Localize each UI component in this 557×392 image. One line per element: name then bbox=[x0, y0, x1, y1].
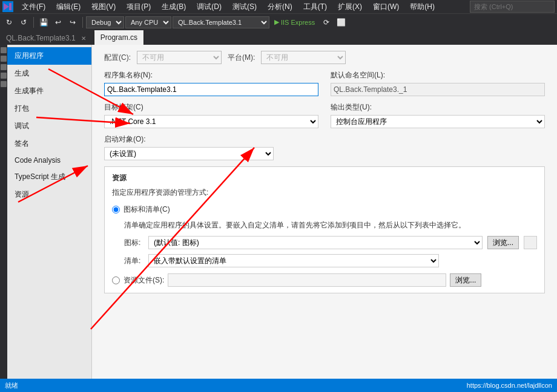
assembly-name-group: 程序集名称(N): bbox=[104, 70, 318, 96]
output-type-group: 输出类型(U): 控制台应用程序 bbox=[331, 102, 545, 128]
manifest-desc: 清单确定应用程序的具体设置。要嵌入自定义清单，请首先将它添加到项目中，然后从以下… bbox=[124, 220, 537, 231]
radio-icon-manifest[interactable] bbox=[112, 206, 120, 214]
default-namespace-group: 默认命名空间(L): bbox=[331, 70, 545, 96]
run-label: IIS Express bbox=[281, 19, 315, 26]
target-framework-group: 目标框架(C) .NET Core 3.1 bbox=[104, 102, 318, 128]
tab-bar: QL.Back.Template3.1 ✕ Program.cs bbox=[0, 30, 557, 45]
toolbar: ↻ ↺ 💾 ↩ ↪ Debug Any CPU QL.Back.Template… bbox=[0, 13, 557, 30]
tab-project[interactable]: QL.Back.Template3.1 ✕ bbox=[0, 31, 94, 45]
svg-marker-0 bbox=[4, 3, 9, 10]
startup-object-select[interactable]: (未设置) bbox=[104, 147, 274, 160]
platform-dropdown[interactable]: Any CPU bbox=[125, 16, 171, 28]
left-icon-2[interactable] bbox=[1, 56, 7, 62]
menu-file[interactable]: 文件(F) bbox=[17, 1, 50, 13]
resource-desc: 指定应用程序资源的管理方式: bbox=[112, 187, 537, 198]
manifest-label: 清单: bbox=[124, 256, 143, 266]
assembly-name-input[interactable] bbox=[104, 83, 318, 96]
search-input[interactable] bbox=[470, 1, 555, 13]
radio-icon-manifest-label: 图标和清单(C) bbox=[124, 204, 170, 215]
tab-program-label: Program.cs bbox=[101, 33, 137, 42]
sidebar-item-pack[interactable]: 打包 bbox=[7, 100, 91, 117]
target-framework-label: 目标框架(C) bbox=[104, 102, 318, 113]
sidebar-item-typescript[interactable]: TypeScript 生成 bbox=[7, 168, 91, 186]
tab-program[interactable]: Program.cs bbox=[94, 30, 144, 45]
toolbar-stop-btn[interactable]: ⬜ bbox=[334, 16, 348, 29]
startup-object-label: 启动对象(O): bbox=[104, 134, 545, 145]
sidebar-item-app[interactable]: 应用程序 bbox=[7, 47, 91, 65]
toolbar-redo-btn[interactable]: ↪ bbox=[66, 16, 79, 29]
menu-analyze[interactable]: 分析(N) bbox=[263, 1, 297, 13]
menu-bar: 文件(F) 编辑(E) 视图(V) 项目(P) 生成(B) 调试(D) 测试(S… bbox=[0, 0, 557, 13]
icon-label: 图标: bbox=[124, 238, 143, 248]
assembly-name-label: 程序集名称(N): bbox=[104, 70, 318, 80]
run-button[interactable]: ▶ IIS Express bbox=[271, 17, 318, 27]
output-type-label: 输出类型(U): bbox=[331, 102, 545, 113]
startup-object-row: 启动对象(O): (未设置) bbox=[104, 134, 545, 160]
menu-window[interactable]: 窗口(W) bbox=[368, 1, 404, 13]
toolbar-forward-btn[interactable]: ↺ bbox=[17, 16, 30, 29]
menu-project[interactable]: 项目(P) bbox=[122, 1, 156, 13]
config-select[interactable]: 不可用 bbox=[137, 51, 222, 64]
tab-project-close[interactable]: ✕ bbox=[79, 34, 88, 42]
output-type-select[interactable]: 控制台应用程序 bbox=[331, 115, 545, 128]
left-icon-strip bbox=[0, 45, 7, 379]
toolbar-separator-1 bbox=[33, 17, 34, 28]
default-namespace-input[interactable] bbox=[331, 83, 545, 96]
left-icon-4[interactable] bbox=[1, 73, 7, 79]
svg-rect-1 bbox=[9, 3, 12, 10]
project-dropdown[interactable]: QL.Back.Template3.1 bbox=[173, 16, 269, 28]
toolbar-back-btn[interactable]: ↻ bbox=[2, 16, 16, 29]
config-label: 配置(C): bbox=[104, 53, 131, 63]
sidebar-item-debug[interactable]: 调试 bbox=[7, 117, 91, 135]
toolbar-undo-btn[interactable]: ↩ bbox=[51, 16, 65, 29]
radio-icon-manifest-group: 图标和清单(C) bbox=[112, 204, 537, 215]
platform-label: 平台(M): bbox=[228, 53, 255, 63]
menu-extensions[interactable]: 扩展(X) bbox=[333, 1, 367, 13]
left-icon-5[interactable] bbox=[1, 81, 7, 87]
menu-debug[interactable]: 调试(D) bbox=[192, 1, 226, 13]
vs-logo bbox=[2, 1, 13, 12]
resource-title: 资源 bbox=[112, 173, 537, 183]
target-framework-select[interactable]: .NET Core 3.1 bbox=[104, 115, 318, 128]
config-row: 配置(C): 不可用 平台(M): 不可用 bbox=[104, 51, 545, 64]
toolbar-separator-2 bbox=[82, 17, 83, 28]
left-icon-1[interactable] bbox=[1, 47, 7, 53]
toolbar-save-btn[interactable]: 💾 bbox=[37, 16, 50, 29]
resource-section: 资源 指定应用程序资源的管理方式: 图标和清单(C) 清单确定应用程序的具体设置… bbox=[104, 166, 545, 293]
manifest-select-row: 清单: 嵌入带默认设置的清单 bbox=[124, 254, 537, 267]
icon-select-row: 图标: (默认值: 图标) 浏览... bbox=[124, 236, 537, 249]
toolbar-refresh-btn[interactable]: ⟳ bbox=[320, 16, 333, 29]
radio-resource-file[interactable] bbox=[112, 276, 120, 284]
settings-sidebar: 应用程序 生成 生成事件 打包 调试 签名 Code Analysis Type… bbox=[7, 45, 92, 379]
tab-project-label: QL.Back.Template3.1 bbox=[6, 34, 76, 42]
radio-resource-file-label: 资源文件(S): bbox=[124, 275, 164, 286]
manifest-select[interactable]: 嵌入带默认设置的清单 bbox=[148, 254, 439, 267]
menu-view[interactable]: 视图(V) bbox=[87, 1, 120, 13]
settings-content: 配置(C): 不可用 平台(M): 不可用 程序集名称(N): 默认命名空间(L… bbox=[92, 45, 557, 379]
assembly-namespace-row: 程序集名称(N): 默认命名空间(L): bbox=[104, 70, 545, 96]
icon-preview bbox=[524, 236, 537, 249]
platform-select[interactable]: 不可用 bbox=[261, 51, 346, 64]
icon-browse-button[interactable]: 浏览... bbox=[487, 236, 519, 249]
menu-build[interactable]: 生成(B) bbox=[157, 1, 191, 13]
menu-edit[interactable]: 编辑(E) bbox=[51, 1, 85, 13]
sidebar-item-build-events[interactable]: 生成事件 bbox=[7, 82, 91, 100]
menu-help[interactable]: 帮助(H) bbox=[405, 1, 440, 13]
icon-select[interactable]: (默认值: 图标) bbox=[148, 236, 483, 249]
menu-tools[interactable]: 工具(T) bbox=[298, 1, 332, 13]
resource-file-row: 资源文件(S): 浏览... bbox=[112, 273, 537, 287]
sidebar-item-signing[interactable]: 签名 bbox=[7, 135, 91, 152]
resource-file-input[interactable] bbox=[168, 273, 446, 287]
default-namespace-label: 默认命名空间(L): bbox=[331, 70, 545, 80]
sidebar-item-build[interactable]: 生成 bbox=[7, 65, 91, 82]
left-icon-3[interactable] bbox=[1, 64, 7, 70]
debug-config-dropdown[interactable]: Debug bbox=[86, 16, 124, 28]
resource-file-browse-button[interactable]: 浏览... bbox=[450, 273, 481, 287]
framework-output-row: 目标框架(C) .NET Core 3.1 输出类型(U): 控制台应用程序 bbox=[104, 102, 545, 128]
main-area: 应用程序 生成 生成事件 打包 调试 签名 Code Analysis Type… bbox=[7, 45, 557, 379]
sidebar-item-code-analysis[interactable]: Code Analysis bbox=[7, 152, 91, 168]
sidebar-item-resources[interactable]: 资源 bbox=[7, 186, 91, 203]
menu-test[interactable]: 测试(S) bbox=[228, 1, 262, 13]
run-icon: ▶ bbox=[274, 18, 279, 26]
